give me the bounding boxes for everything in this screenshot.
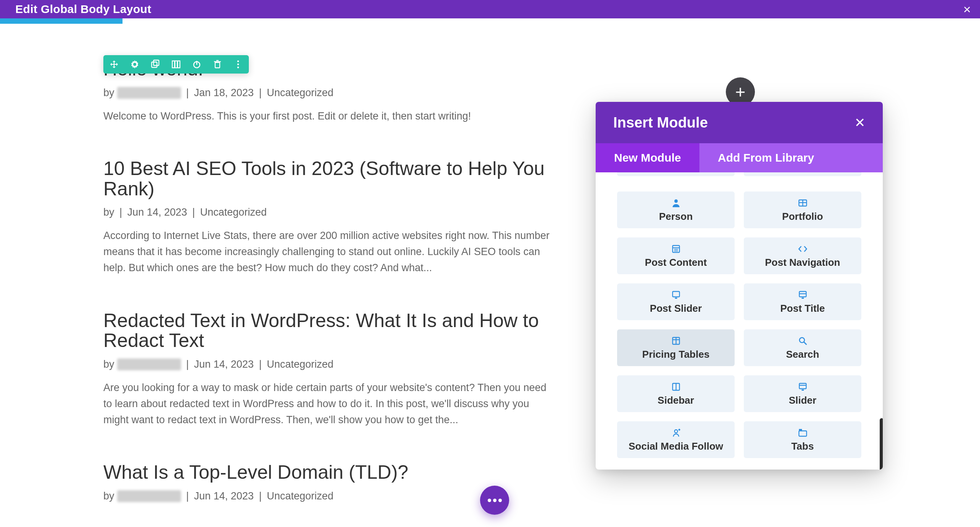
author-redacted: hellooworldee — [117, 358, 181, 370]
post-category[interactable]: Uncategorized — [267, 87, 333, 98]
module-card-pricing-tables[interactable]: Pricing Tables — [617, 329, 735, 366]
close-icon[interactable]: × — [962, 2, 972, 17]
post-body: According to Internet Live Stats, there … — [103, 228, 551, 276]
post-meta: by hellooworldee | Jun 14, 2023 | Uncate… — [103, 358, 551, 370]
modal-tabs: New Module Add From Library — [596, 143, 883, 172]
blue-tab-indicator — [0, 18, 122, 24]
modal-body: PersonPortfolioPost ContentPost Navigati… — [596, 172, 883, 470]
move-icon[interactable] — [109, 59, 119, 70]
scrollbar-thumb[interactable] — [880, 418, 883, 470]
author-redacted: hellooworldee — [117, 490, 181, 502]
module-row-partial — [617, 172, 861, 176]
post-title[interactable]: What Is a Top-Level Domain (TLD)? — [103, 462, 551, 483]
module-card-person[interactable]: Person — [617, 191, 735, 228]
tab-new-module[interactable]: New Module — [596, 143, 699, 172]
section-toolbar — [103, 55, 249, 74]
insert-module-modal: Insert Module ✕ New Module Add From Libr… — [596, 102, 883, 470]
meta-sep: | — [119, 206, 122, 218]
person-icon — [671, 198, 681, 208]
module-card-portfolio[interactable]: Portfolio — [744, 191, 861, 228]
by-label: by — [103, 206, 114, 218]
columns-icon[interactable] — [171, 59, 181, 70]
modal-header: Insert Module ✕ — [596, 102, 883, 143]
post-date: Jun 14, 2023 — [194, 490, 254, 502]
post: Redacted Text in WordPress: What It Is a… — [103, 311, 551, 428]
module-card-slider[interactable]: Slider — [744, 375, 861, 412]
more-icon[interactable] — [233, 59, 243, 70]
by-label: by — [103, 358, 114, 370]
post-slider-icon — [671, 290, 681, 300]
module-label: Social Media Follow — [629, 440, 723, 452]
module-label: Search — [786, 349, 819, 360]
meta-sep: | — [186, 87, 189, 98]
module-card-post-title[interactable]: Post Title — [744, 283, 861, 320]
floating-menu-button[interactable] — [480, 486, 509, 515]
meta-sep: | — [259, 87, 261, 98]
module-label: Slider — [789, 394, 816, 406]
post-meta: by hellooworldee | Jan 18, 2023 | Uncate… — [103, 87, 551, 99]
search-icon — [797, 336, 808, 346]
gear-icon[interactable] — [129, 59, 140, 70]
meta-sep: | — [192, 206, 195, 218]
topbar: Edit Global Body Layout × — [0, 0, 980, 18]
post-title[interactable]: Redacted Text in WordPress: What It Is a… — [103, 311, 551, 351]
post-title[interactable]: 10 Best AI SEO Tools in 2023 (Software t… — [103, 159, 551, 199]
module-label: Post Navigation — [765, 257, 840, 268]
by-label: by — [103, 87, 114, 98]
post-date: Jun 14, 2023 — [127, 206, 187, 218]
post-date: Jun 14, 2023 — [194, 358, 254, 370]
post-category[interactable]: Uncategorized — [200, 206, 267, 218]
module-label: Post Content — [645, 257, 707, 268]
post: 10 Best AI SEO Tools in 2023 (Software t… — [103, 159, 551, 276]
author-redacted: hellooworldee — [117, 87, 181, 99]
post-category[interactable]: Uncategorized — [267, 490, 333, 502]
pricing-tables-icon — [671, 336, 681, 346]
post-body: Are you looking for a way to mask or hid… — [103, 380, 551, 428]
module-label: Portfolio — [782, 211, 823, 223]
module-label: Post Slider — [650, 303, 702, 314]
slider-icon — [797, 381, 808, 392]
module-label: Tabs — [791, 440, 814, 452]
meta-sep: | — [186, 490, 189, 502]
post-title-icon — [797, 290, 808, 300]
meta-sep: | — [259, 490, 261, 502]
modal-tabs-fill — [833, 143, 883, 172]
module-grid: PersonPortfolioPost ContentPost Navigati… — [617, 191, 861, 458]
module-card-tabs[interactable]: Tabs — [744, 421, 861, 458]
module-card-partial[interactable] — [617, 172, 735, 176]
module-label: Person — [659, 211, 693, 223]
post-body: Welcome to WordPress. This is your first… — [103, 108, 551, 124]
module-card-post-navigation[interactable]: Post Navigation — [744, 237, 861, 274]
meta-sep: | — [259, 358, 261, 370]
module-label: Pricing Tables — [642, 349, 710, 360]
module-card-social[interactable]: Social Media Follow — [617, 421, 735, 458]
by-label: by — [103, 490, 114, 502]
meta-sep: | — [186, 358, 189, 370]
portfolio-icon — [797, 198, 808, 208]
post-navigation-icon — [797, 244, 808, 254]
post-meta: by | Jun 14, 2023 | Uncategorized — [103, 206, 551, 218]
post-content-icon — [671, 244, 681, 254]
module-card-sidebar[interactable]: Sidebar — [617, 375, 735, 412]
topbar-title: Edit Global Body Layout — [15, 3, 151, 16]
tab-add-from-library[interactable]: Add From Library — [699, 143, 833, 172]
module-label: Sidebar — [658, 394, 694, 406]
module-card-post-slider[interactable]: Post Slider — [617, 283, 735, 320]
module-card-partial[interactable] — [744, 172, 861, 176]
sidebar-icon — [671, 381, 681, 392]
post-date: Jan 18, 2023 — [194, 87, 254, 98]
module-label: Post Title — [780, 303, 825, 314]
power-icon[interactable] — [191, 59, 202, 70]
social-icon — [671, 427, 681, 438]
close-icon[interactable]: ✕ — [854, 115, 865, 130]
page-content: Hello world! by hellooworldee | Jan 18, … — [0, 18, 980, 527]
module-card-search[interactable]: Search — [744, 329, 861, 366]
post-category[interactable]: Uncategorized — [267, 358, 333, 370]
trash-icon[interactable] — [212, 59, 223, 70]
tabs-icon — [797, 427, 808, 438]
duplicate-icon[interactable] — [150, 59, 161, 70]
modal-title: Insert Module — [613, 115, 708, 131]
module-card-post-content[interactable]: Post Content — [617, 237, 735, 274]
